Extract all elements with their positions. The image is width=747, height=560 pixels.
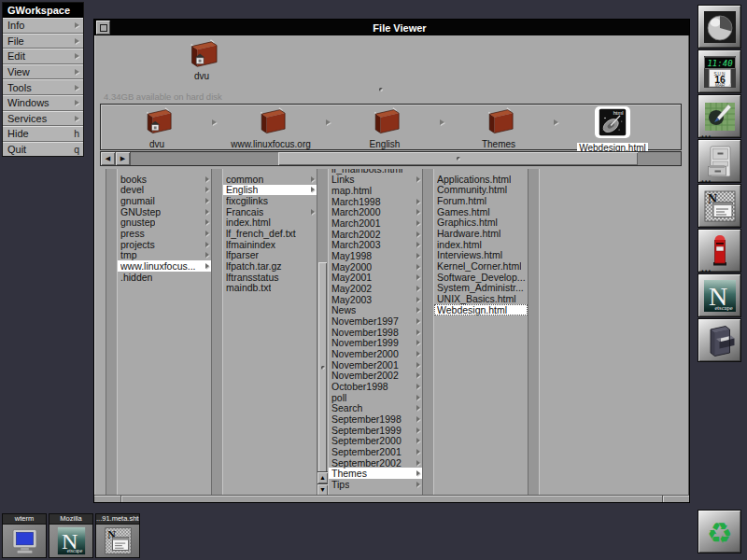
file-row[interactable]: Community.html xyxy=(434,185,528,196)
file-row[interactable]: lfpatch.tar.gz xyxy=(223,260,317,272)
file-row[interactable]: March1998 xyxy=(329,196,422,207)
file-row[interactable]: books xyxy=(118,174,211,185)
file-row[interactable]: March2002 xyxy=(329,229,422,240)
shelf-horizontal-scrollbar[interactable]: ◀ ▶ xyxy=(100,151,682,166)
file-row[interactable]: common xyxy=(223,174,317,185)
shelf-item-webdesign-html[interactable]: html Webdesign.html xyxy=(560,105,665,155)
file-row[interactable]: May1998 xyxy=(329,250,422,261)
file-row[interactable]: System_Administr... xyxy=(434,283,528,294)
file-row[interactable]: gnumail xyxy=(118,195,211,206)
file-row[interactable]: .hidden xyxy=(118,272,211,283)
scroll-up-button[interactable]: ▲ xyxy=(317,471,328,483)
file-row[interactable]: UNIX_Basics.html xyxy=(434,293,528,304)
file-row[interactable]: Themes xyxy=(329,468,422,479)
menu-item-edit[interactable]: Edit xyxy=(3,49,83,64)
file-row[interactable]: lf_french_def.txt xyxy=(223,228,317,239)
shelf-item-english[interactable]: English xyxy=(332,105,437,149)
column-scrollbar[interactable]: ▲ ▼ xyxy=(317,169,329,496)
file-row[interactable]: Software_Develop... xyxy=(434,272,528,283)
file-row[interactable]: November1998 xyxy=(329,327,422,338)
menu-item-windows[interactable]: Windows xyxy=(3,95,83,111)
file-row[interactable]: May2001 xyxy=(329,273,422,284)
shelf-item-dvu[interactable]: dvu xyxy=(105,105,209,149)
window-titlebar[interactable]: File Viewer xyxy=(94,20,689,35)
file-row[interactable]: November2001 xyxy=(329,359,422,371)
menu-item-tools[interactable]: Tools xyxy=(3,79,83,95)
file-row[interactable]: Francais xyxy=(223,206,317,217)
miniwindow-mozilla[interactable]: Mozilla N etscape xyxy=(49,513,93,558)
file-row[interactable]: lfparser xyxy=(223,250,317,261)
root-volume-icon[interactable]: dvu xyxy=(183,39,220,81)
archive-app-dock-tile[interactable] xyxy=(698,318,741,362)
file-row[interactable]: November1999 xyxy=(329,338,422,349)
file-row[interactable]: Tips xyxy=(329,479,422,490)
graphics-app-dock-tile[interactable]: ... xyxy=(698,94,741,138)
file-row[interactable]: gnustep xyxy=(118,217,211,229)
shelf-item-www-linuxfocus-org[interactable]: www.linuxfocus.org xyxy=(218,105,323,149)
clock-dock-tile[interactable]: 11:40 SUN 16 MAR xyxy=(698,49,741,93)
file-row[interactable]: September2001 xyxy=(329,446,422,457)
gworkspace-dock-tile[interactable] xyxy=(698,5,741,49)
miniwindow-wterm[interactable]: wterm xyxy=(2,513,47,558)
file-row[interactable]: Search xyxy=(329,402,422,413)
file-row[interactable]: November2002 xyxy=(329,370,422,381)
menu-item-hide[interactable]: Hideh xyxy=(3,126,83,142)
scroll-right-button[interactable]: ▶ xyxy=(116,152,131,165)
miniaturize-button[interactable] xyxy=(96,21,110,35)
scroll-left-button[interactable]: ◀ xyxy=(101,152,116,165)
file-row[interactable]: lftransstatus xyxy=(223,272,317,283)
gnumail-dock-tile[interactable]: ... xyxy=(698,229,741,273)
file-row[interactable]: poll xyxy=(329,392,422,403)
shelf-item-themes[interactable]: Themes xyxy=(446,105,551,149)
file-row[interactable]: Interviews.html xyxy=(434,250,528,261)
app-menu-title[interactable]: GWorkspace xyxy=(3,3,83,18)
file-row[interactable]: May2000 xyxy=(329,261,422,273)
menu-item-info[interactable]: Info xyxy=(3,18,83,34)
file-row[interactable]: Links xyxy=(329,175,422,186)
menu-item-view[interactable]: View xyxy=(3,64,83,80)
file-row[interactable]: Kernel_Corner.html xyxy=(434,260,528,272)
file-row[interactable]: September1999 xyxy=(329,425,422,436)
file-row[interactable]: tmp xyxy=(118,250,211,261)
file-row[interactable]: News xyxy=(329,305,422,316)
file-row[interactable]: lfmainindex xyxy=(223,239,317,250)
file-row[interactable]: May2003 xyxy=(329,294,422,305)
file-row[interactable]: March2001 xyxy=(329,217,422,229)
menu-item-quit[interactable]: Quitq xyxy=(3,142,83,157)
miniwindow--91-meta-shtml[interactable]: ...91.meta.shtml N xyxy=(95,513,140,558)
scrollbar-knob[interactable] xyxy=(318,262,327,472)
netscape-dock-tile[interactable]: N etscape xyxy=(698,273,741,317)
files-app-dock-tile[interactable]: ... xyxy=(698,139,741,183)
file-row[interactable]: GNUstep xyxy=(118,206,211,217)
file-row[interactable]: November1997 xyxy=(329,315,422,327)
file-row[interactable]: March2000 xyxy=(329,207,422,218)
file-row[interactable]: October1998 xyxy=(329,381,422,392)
column-scrollbar[interactable] xyxy=(528,169,540,496)
file-row[interactable]: September2000 xyxy=(329,435,422,446)
file-row[interactable]: devel xyxy=(118,185,211,196)
file-row[interactable]: Webdesign.html xyxy=(434,304,528,315)
editor-app-dock-tile[interactable]: N xyxy=(698,184,741,228)
pane-resize-dimple[interactable] xyxy=(379,88,383,91)
menu-item-services[interactable]: Services xyxy=(3,111,83,127)
file-row[interactable]: Forum.html xyxy=(434,195,528,206)
file-row[interactable]: September2002 xyxy=(329,457,422,469)
hscroll-knob[interactable] xyxy=(278,152,638,165)
file-row[interactable]: November2000 xyxy=(329,348,422,359)
window-resize-bar[interactable] xyxy=(94,495,689,502)
file-row[interactable]: Graphics.html xyxy=(434,217,528,229)
file-row[interactable]: Hardware.html xyxy=(434,228,528,239)
column-scrollbar[interactable] xyxy=(422,169,434,496)
file-row[interactable]: fixcgilinks xyxy=(223,195,317,206)
file-row[interactable]: maindb.txt xyxy=(223,283,317,294)
file-row[interactable]: Games.html xyxy=(434,206,528,217)
file-row[interactable]: index.html xyxy=(223,217,317,229)
file-row[interactable]: Applications.html xyxy=(434,174,528,185)
file-row[interactable]: English xyxy=(223,185,317,196)
file-row[interactable]: map.html xyxy=(329,185,422,196)
file-row[interactable]: September1998 xyxy=(329,413,422,425)
file-row[interactable]: May2002 xyxy=(329,283,422,294)
recycler-dock-tile[interactable]: ♻ xyxy=(698,510,741,553)
file-row[interactable]: March2003 xyxy=(329,240,422,251)
menu-item-file[interactable]: File xyxy=(3,34,83,49)
